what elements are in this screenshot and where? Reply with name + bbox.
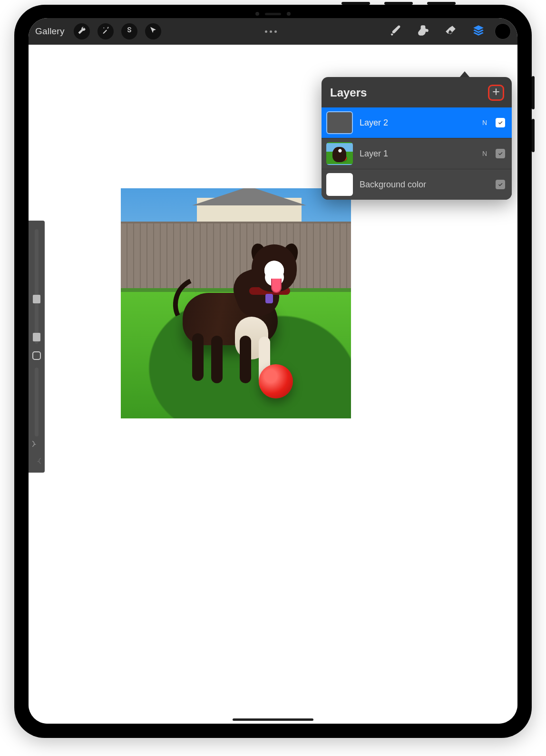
layer-name[interactable]: Background color — [360, 180, 474, 190]
home-indicator[interactable] — [233, 718, 313, 721]
screen: Gallery — [29, 18, 517, 724]
canvas[interactable]: Layers Layer 2 N — [29, 45, 517, 724]
redo-button[interactable] — [32, 456, 41, 467]
layer-row[interactable]: Layer 2 N — [322, 107, 512, 138]
modify-button[interactable] — [32, 351, 41, 360]
layer-thumbnail[interactable] — [326, 173, 353, 196]
modify-menu-icon[interactable] — [265, 30, 277, 33]
arrow-cursor-icon — [149, 26, 157, 37]
undo-button[interactable] — [32, 439, 41, 450]
actions-button[interactable] — [74, 23, 90, 39]
selection-button[interactable] — [121, 23, 137, 39]
front-camera — [252, 11, 294, 16]
device-top-button — [341, 2, 370, 5]
plus-icon — [491, 87, 501, 98]
panel-title: Layers — [330, 86, 367, 99]
magic-wand-icon — [101, 26, 110, 37]
smudge-tool[interactable] — [412, 24, 435, 39]
layers-button[interactable] — [467, 24, 490, 39]
gallery-button[interactable]: Gallery — [35, 26, 65, 37]
brush-opacity-slider[interactable] — [35, 368, 39, 436]
visibility-checkbox[interactable] — [496, 118, 505, 127]
brush-tool[interactable] — [384, 24, 407, 39]
brush-icon — [390, 24, 402, 39]
visibility-checkbox[interactable] — [496, 149, 505, 158]
layer-name[interactable]: Layer 2 — [360, 118, 474, 128]
slider-handle[interactable] — [33, 333, 40, 341]
layer-row[interactable]: Layer 1 N — [322, 138, 512, 169]
layer-thumbnail[interactable] — [326, 111, 353, 134]
top-toolbar: Gallery — [29, 18, 517, 45]
layer-thumbnail[interactable] — [326, 142, 353, 165]
brush-size-slider[interactable] — [35, 229, 39, 344]
eraser-icon — [445, 24, 457, 39]
smudge-icon — [417, 24, 429, 39]
blend-mode-indicator[interactable]: N — [480, 150, 489, 157]
visibility-checkbox[interactable] — [496, 180, 505, 189]
add-layer-button[interactable] — [488, 85, 504, 101]
layers-panel: Layers Layer 2 N — [322, 77, 512, 200]
transform-button[interactable] — [145, 23, 161, 39]
blend-mode-indicator[interactable]: N — [480, 119, 489, 126]
adjustments-button[interactable] — [98, 23, 114, 39]
layer-name[interactable]: Layer 1 — [360, 149, 474, 159]
eraser-tool[interactable] — [439, 24, 462, 39]
side-toolbar — [29, 221, 45, 473]
layers-icon — [472, 24, 485, 39]
color-picker[interactable] — [495, 23, 511, 39]
wrench-icon — [78, 26, 86, 37]
layer-row[interactable]: Background color — [322, 169, 512, 200]
ipad-frame: Gallery — [14, 5, 532, 738]
selection-s-icon — [125, 26, 134, 37]
slider-handle[interactable] — [33, 295, 40, 303]
canvas-image[interactable] — [121, 188, 351, 418]
